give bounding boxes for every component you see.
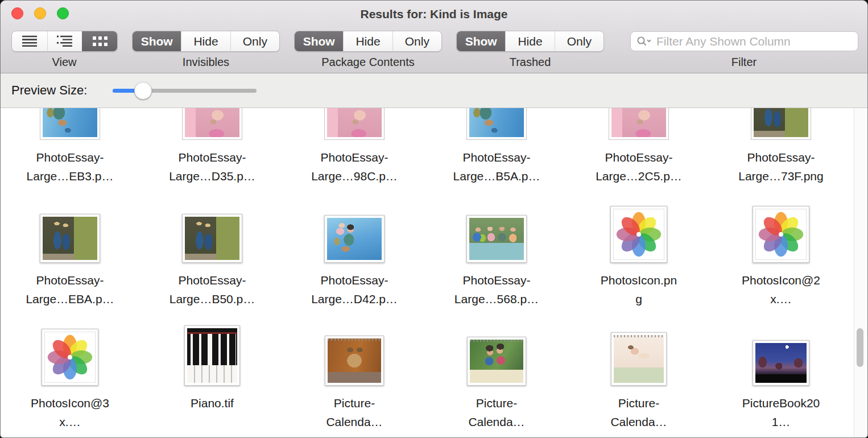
file-name: PhotoEssay- Large…B5A.p… [453,148,540,185]
toolbar: Results for: Kind is Image [1,1,867,73]
file-thumbnail [325,336,384,386]
file-browser-window: Results for: Kind is Image [0,0,868,438]
package-contents-group-label: Package Contents [294,56,442,69]
file-thumbnail [466,215,527,263]
file-item[interactable]: PhotosIcon@2 x.… [710,203,852,308]
file-item[interactable]: PhotoEssay- Large…98C.p… [283,108,425,185]
vertical-scrollbar[interactable] [854,108,866,437]
file-thumbnail [751,108,811,140]
file-item[interactable]: PhotoEssay- Large…EBA.p… [1,203,141,308]
photos-flower-icon [758,212,804,257]
file-name: Picture- Calenda… [610,394,667,431]
filter-field[interactable] [630,31,858,51]
file-item[interactable]: Picture- Calenda… [283,325,425,431]
file-item[interactable]: PhotoEssay- Large…2C5.p… [568,108,710,185]
file-item[interactable]: Piano.tif [141,325,283,431]
file-thumbnail [467,337,526,386]
file-item[interactable]: PhotoEssay- Large…D42.p… [283,203,425,308]
grid-row: PhotoEssay- Large…EBA.p… PhotoEssay- Lar… [1,203,867,308]
file-item[interactable]: Picture- Calenda… [425,325,568,431]
minimize-button[interactable] [34,7,46,19]
close-button[interactable] [11,7,23,19]
piano-keys-image [187,328,237,383]
file-thumbnail [40,214,100,263]
toolbar-controls: Show Hide Only Show Hide Only Show Hide … [1,26,867,55]
file-item[interactable]: PhotoEssay- Large…73F.png [710,108,852,185]
grid-view-button[interactable] [82,31,117,51]
file-item[interactable]: PhotoEssay- Large…B50.p… [141,203,283,308]
scrollbar-thumb[interactable] [857,328,863,367]
file-thumbnail [324,108,385,140]
file-thumbnail [753,206,809,263]
file-name: PhotoEssay- Large…EBA.p… [26,271,114,308]
file-grid: PhotoEssay- Large…EB3.p… PhotoEssay- Lar… [1,108,867,437]
file-name: PhotoEssay- Large…73F.png [738,148,823,185]
file-name: Picture- Calenda… [326,394,382,431]
file-item[interactable]: PhotoEssay- Large…EB3.p… [1,108,141,185]
file-thumbnail [184,325,240,386]
file-item[interactable]: PhotoEssay- Large…B5A.p… [425,108,568,185]
file-name: PictureBook20 1… [742,394,820,431]
invisibles-only-button[interactable]: Only [230,31,279,51]
photos-flower-icon [47,334,93,380]
toolbar-group-labels: View Invisibles Package Contents Trashed… [1,55,867,73]
preview-size-slider[interactable] [113,73,257,108]
file-name: PhotoEssay- Large…D35.p… [169,148,255,185]
file-item[interactable]: PhotosIcon.pn g [568,203,710,308]
grid-view-icon [91,35,109,48]
file-name: PhotosIcon@3 x.… [31,394,109,431]
zoom-button[interactable] [57,7,69,19]
photos-flower-icon [616,212,662,257]
window-title: Results for: Kind is Image [1,1,867,28]
filter-input[interactable] [656,35,852,48]
titlebar[interactable]: Results for: Kind is Image [1,1,867,26]
file-thumbnail [324,215,385,263]
file-item[interactable]: PictureBook20 1… [710,325,852,431]
preview-size-label: Preview Size: [11,73,87,108]
view-group-label: View [0,56,138,69]
file-thumbnail [609,108,669,140]
package-contents-control: Show Hide Only [294,31,442,52]
file-thumbnail [611,332,667,386]
file-thumbnail [40,108,100,140]
invisibles-hide-button[interactable]: Hide [181,31,230,51]
invisibles-group-label: Invisibles [132,56,280,69]
invisibles-control: Show Hide Only [132,31,280,52]
trashed-show-button[interactable]: Show [457,31,505,51]
file-name: PhotosIcon@2 x.… [742,271,820,308]
file-name: PhotoEssay- Large…98C.p… [311,148,398,185]
file-name: Picture- Calenda… [468,394,524,431]
package-hide-button[interactable]: Hide [343,31,392,51]
slider-thumb[interactable] [134,82,152,100]
preview-size-bar: Preview Size: [1,73,867,108]
file-name: PhotoEssay- Large…D42.p… [311,271,398,308]
file-thumbnail [610,206,667,263]
trashed-control: Show Hide Only [456,31,604,52]
list-view-icon [21,35,38,48]
file-item[interactable]: PhotoEssay- Large…568.p… [425,203,568,308]
outline-view-button[interactable] [47,31,82,51]
file-thumbnail [182,214,242,263]
trashed-only-button[interactable]: Only [555,31,604,51]
invisibles-show-button[interactable]: Show [133,31,181,51]
trashed-hide-button[interactable]: Hide [505,31,554,51]
file-name: PhotoEssay- Large…2C5.p… [596,148,682,185]
list-view-button[interactable] [12,31,47,51]
package-show-button[interactable]: Show [295,31,343,51]
file-thumbnail [753,340,809,386]
file-name: Piano.tif [191,394,234,412]
filter-group-label: Filter [670,56,818,69]
file-item[interactable]: PhotosIcon@3 x.… [1,325,141,431]
search-icon [636,36,652,47]
file-name: PhotoEssay- Large…EB3.p… [27,148,114,185]
file-name: PhotoEssay- Large…568.p… [454,271,539,308]
package-only-button[interactable]: Only [392,31,441,51]
file-thumbnail [182,108,242,140]
file-thumbnail [42,329,98,386]
file-item[interactable]: Picture- Calenda… [568,325,710,431]
grid-row: PhotoEssay- Large…EB3.p… PhotoEssay- Lar… [1,108,867,185]
view-mode-control [11,31,118,52]
file-item[interactable]: PhotoEssay- Large…D35.p… [141,108,283,185]
file-thumbnail [466,108,527,140]
file-name: PhotoEssay- Large…B50.p… [170,271,255,308]
